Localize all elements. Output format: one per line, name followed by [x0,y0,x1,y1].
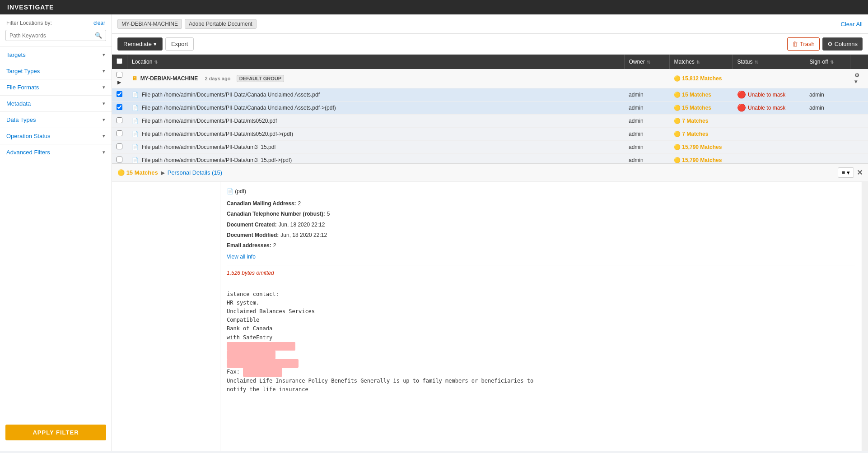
export-button[interactable]: Export [165,37,194,51]
row4-checkbox-cell[interactable] [112,128,127,141]
file-icon-5: 📄 [132,144,139,150]
remediate-button[interactable]: Remediate ▾ [117,37,163,51]
row2-checkbox-cell[interactable] [112,102,127,115]
row3-matches-cell[interactable]: 🟡 7 Matches [669,115,733,128]
sidebar-item-target-types[interactable]: Target Types ▾ [0,63,112,79]
row6-matches-cell[interactable]: 🟡 15,790 Matches [669,154,733,163]
sidebar-item-operation-status[interactable]: Operation Status ▾ [0,128,112,144]
detail-panel-header: 🟡 15 Matches ▶ Personal Details (15) ≡ ▾… [112,164,868,182]
table-row-3[interactable]: 📄 File path /home/admin/Documents/PII-Da… [112,115,868,128]
row3-checkbox-cell[interactable] [112,115,127,128]
row6-matches-badge[interactable]: 🟡 15,790 Matches [674,157,722,163]
machine-gear-icon[interactable]: ⚙ ▾ [854,72,859,85]
row6-path: File path /home/admin/Documents/PII-Data… [142,157,292,163]
detail-close-button[interactable]: ✕ [857,168,863,177]
row2-checkbox[interactable] [117,104,122,110]
row5-path-cell[interactable]: 📄 File path /home/admin/Documents/PII-Da… [127,141,625,154]
sidebar-item-targets[interactable]: Targets ▾ [0,47,112,63]
view-all-link[interactable]: View all info [227,254,256,260]
tag-format[interactable]: Adobe Portable Document [185,19,257,29]
meta-row-4: Document Modified: Jun, 18 2020 22:12 [227,231,855,240]
row1-status-cell: 🔴 Unable to mask [733,88,805,102]
select-all-checkbox[interactable] [117,58,122,64]
row6-path-cell[interactable]: 📄 File path /home/admin/Documents/PII-Da… [127,154,625,163]
th-location-label: Location [132,59,152,65]
row1-path-cell[interactable]: 📄 File path /home/admin/Documents/PII-Da… [127,88,625,102]
sort-icon-location: ⇅ [154,60,158,65]
tag-machine[interactable]: MY-DEBIAN-MACHINE [117,19,182,29]
row4-matches-badge[interactable]: 🟡 7 Matches [674,131,708,137]
row5-matches-cell[interactable]: 🟡 15,790 Matches [669,141,733,154]
th-location[interactable]: Location ⇅ [127,55,625,69]
machine-row-expand[interactable]: ▶ [112,69,127,88]
results-table: Location ⇅ Owner ⇅ Match [112,55,868,163]
chevron-down-icon-2: ▾ [103,68,105,74]
row3-path-cell[interactable]: 📄 File path /home/admin/Documents/PII-Da… [127,115,625,128]
table-row-6[interactable]: 📄 File path /home/admin/Documents/PII-Da… [112,154,868,163]
columns-button[interactable]: ⚙ Columns [822,37,863,51]
th-signoff[interactable]: Sign-off ⇅ [805,55,850,69]
row1-extra [850,88,868,102]
th-status[interactable]: Status ⇅ [733,55,805,69]
file-icon-1: 📄 [132,92,139,98]
detail-scrollbar[interactable] [862,182,868,451]
machine-gear-cell[interactable]: ⚙ ▾ [850,69,868,88]
row4-path-cell[interactable]: 📄 File path /home/admin/Documents/PII-Da… [127,128,625,141]
row2-matches-cell[interactable]: 🟡 15 Matches [669,102,733,115]
row6-checkbox-cell[interactable] [112,154,127,163]
detail-tree-toggle[interactable]: ▶ [161,170,165,176]
omitted-text: 1,526 bytes omitted [227,269,855,277]
row4-matches-cell[interactable]: 🟡 7 Matches [669,128,733,141]
detail-menu-button[interactable]: ≡ ▾ [838,167,854,178]
meta-row-2: Canadian Telephone Number (robust): 5 [227,210,855,218]
detail-tree-label[interactable]: Personal Details (15) [168,169,222,176]
row3-matches-badge[interactable]: 🟡 7 Matches [674,118,708,124]
active-tags: MY-DEBIAN-MACHINE Adobe Portable Documen… [117,19,257,29]
machine-checkbox[interactable] [117,72,122,78]
fax-redacted [243,368,282,376]
row5-checkbox[interactable] [117,143,122,149]
trash-button[interactable]: 🗑 Trash [787,37,820,51]
row5-matches-badge[interactable]: 🟡 15,790 Matches [674,144,722,150]
table-row-2[interactable]: 📄 File path /home/admin/Documents/PII-Da… [112,102,868,115]
row1-matches-cell[interactable]: 🟡 15 Matches [669,88,733,102]
row1-signoff: admin [805,88,850,102]
table-row-machine[interactable]: ▶ 🖥 MY-DEBIAN-MACHINE 2 days ago DEFAULT… [112,69,868,88]
path-keywords-input[interactable] [9,32,95,39]
sidebar-label-targets: Targets [6,51,26,58]
row2-owner: admin [624,102,669,115]
sidebar-item-file-formats[interactable]: File Formats ▾ [0,79,112,95]
row4-checkbox[interactable] [117,130,122,136]
redacted-line-2 [227,351,275,359]
machine-owner-cell [624,69,669,88]
detail-sidebar [112,182,220,451]
sidebar-item-metadata[interactable]: Metadata ▾ [0,96,112,111]
row1-checkbox[interactable] [117,91,122,97]
machine-matches-cell[interactable]: 🟡 15,812 Matches [669,69,733,88]
th-matches[interactable]: Matches ⇅ [669,55,733,69]
sidebar-item-data-types[interactable]: Data Types ▾ [0,112,112,128]
apply-filter-button[interactable]: APPLY FILTER [5,425,106,440]
th-select-all[interactable] [112,55,127,69]
row1-checkbox-cell[interactable] [112,88,127,102]
file-icon-detail: 📄 [227,188,233,194]
file-icon-2: 📄 [132,105,139,111]
sidebar-item-advanced-filters[interactable]: Advanced Filters ▾ [0,144,112,160]
row3-checkbox[interactable] [117,117,122,123]
row1-matches-badge[interactable]: 🟡 15 Matches [674,92,711,98]
row5-checkbox-cell[interactable] [112,141,127,154]
table-row-5[interactable]: 📄 File path /home/admin/Documents/PII-Da… [112,141,868,154]
th-owner[interactable]: Owner ⇅ [624,55,669,69]
content-area: MY-DEBIAN-MACHINE Adobe Portable Documen… [112,14,868,451]
row1-status: 🔴 Unable to mask [737,91,800,98]
machine-matches-badge[interactable]: 🟡 15,812 Matches [674,75,722,82]
clear-all-link[interactable]: Clear All [841,21,863,28]
row2-matches-badge[interactable]: 🟡 15 Matches [674,105,711,111]
row2-path-cell[interactable]: 📄 File path /home/admin/Documents/PII-Da… [127,102,625,115]
row5-status-cell [733,141,805,154]
table-row-4[interactable]: 📄 File path /home/admin/Documents/PII-Da… [112,128,868,141]
table-row-1[interactable]: 📄 File path /home/admin/Documents/PII-Da… [112,88,868,102]
clear-link[interactable]: clear [93,20,105,26]
row6-checkbox[interactable] [117,157,122,162]
meta-label-5: Email addresses: [227,241,271,250]
